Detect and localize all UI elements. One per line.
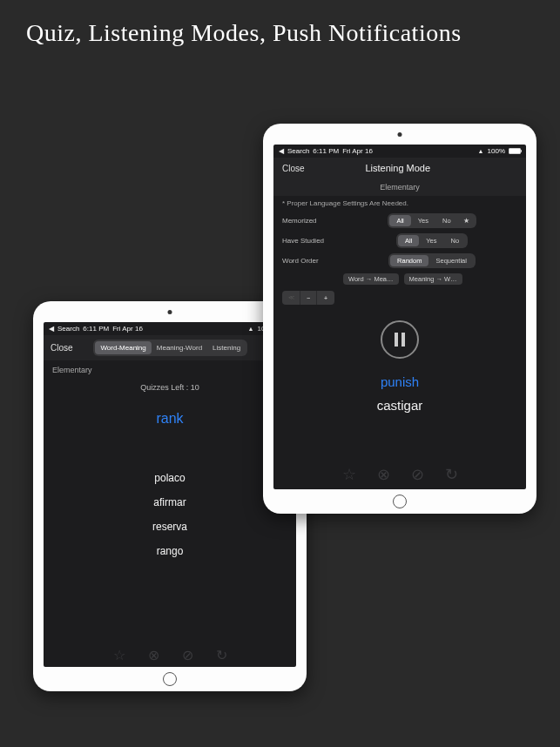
row-order: Word Order Random Sequential <box>273 251 526 271</box>
seg-star[interactable]: ★ <box>458 215 475 226</box>
ghost-check-icon: ⊘ <box>411 465 424 484</box>
wifi-icon <box>248 325 254 333</box>
pause-button[interactable] <box>381 320 419 359</box>
back-app-label[interactable]: Search <box>57 325 79 333</box>
label-memorized: Memorized <box>282 217 338 225</box>
listening-level: Elementary <box>273 178 526 196</box>
status-date: Fri Apr 16 <box>342 147 373 155</box>
speed-stepper: ≪ − + <box>273 287 526 308</box>
seg-sequential[interactable]: Sequential <box>428 255 473 266</box>
quiz-option[interactable]: rango <box>157 545 184 557</box>
status-bar: ◀ Search 6:11 PM Fri Apr 16 100% <box>273 145 526 158</box>
back-app-label[interactable]: Search <box>287 147 309 155</box>
seg-all[interactable]: All <box>398 235 419 246</box>
quiz-option[interactable]: reserva <box>152 521 187 533</box>
ghost-toolbar: ☆ ⊗ ⊘ ↻ <box>273 465 526 484</box>
row-studied: Have Studied All Yes No <box>273 231 526 251</box>
battery-pct: 100% <box>488 147 505 155</box>
ipad-listening: ◀ Search 6:11 PM Fri Apr 16 100% Close L… <box>263 124 536 514</box>
screen-quiz: ◀ Search 6:11 PM Fri Apr 16 100% Close W… <box>44 322 296 667</box>
seg-random[interactable]: Random <box>390 255 428 266</box>
close-button[interactable]: Close <box>51 343 73 353</box>
quiz-count-label: Quizzes Left : 10 <box>140 383 199 392</box>
ghost-arrow-icon: ↻ <box>216 647 227 663</box>
quiz-level: Elementary <box>44 360 296 380</box>
ghost-check-icon: ⊘ <box>182 647 193 663</box>
back-chevron-icon[interactable]: ◀ <box>279 147 284 155</box>
segmented-studied[interactable]: All Yes No <box>396 233 468 248</box>
segmented-order[interactable]: Random Sequential <box>388 253 476 268</box>
stepper-prev: ≪ <box>282 291 300 305</box>
tab-word-meaning[interactable]: Word-Meaning <box>95 341 151 354</box>
battery-icon <box>509 148 521 154</box>
listening-title: Listening Mode <box>305 163 491 173</box>
quiz-count: Quizzes Left : 10 ☆ <box>44 383 296 392</box>
seg-all[interactable]: All <box>389 215 410 226</box>
status-date: Fri Apr 16 <box>112 325 143 333</box>
row-pills: Word → Mea… Meaning → W… <box>273 271 526 287</box>
stepper-minus[interactable]: − <box>300 291 317 305</box>
settings-notice: * Proper Language Settings Are Needed. <box>273 196 526 211</box>
listening-meaning: castigar <box>273 398 526 413</box>
ghost-star-icon: ☆ <box>342 465 356 484</box>
quiz-mode-segmented[interactable]: Word-Meaning Meaning-Word Listening <box>93 340 247 356</box>
tab-meaning-word[interactable]: Meaning-Word <box>152 341 207 354</box>
quiz-option[interactable]: polaco <box>154 472 185 484</box>
seg-yes[interactable]: Yes <box>419 235 443 246</box>
segmented-memorized[interactable]: All Yes No ★ <box>388 213 476 228</box>
ghost-arrow-icon: ↻ <box>445 465 458 484</box>
hero-title: Quiz, Listening Modes, Push Notification… <box>26 19 534 47</box>
quiz-options: polaco afirmar reserva rango <box>44 472 296 557</box>
ghost-star-icon: ☆ <box>113 647 125 663</box>
ghost-x-icon: ⊗ <box>377 465 390 484</box>
ghost-x-icon: ⊗ <box>148 647 159 663</box>
listening-word: punish <box>273 374 526 389</box>
close-button[interactable]: Close <box>282 164 305 173</box>
screen-listening: ◀ Search 6:11 PM Fri Apr 16 100% Close L… <box>273 145 526 489</box>
seg-yes[interactable]: Yes <box>411 215 435 226</box>
seg-no[interactable]: No <box>435 215 458 226</box>
label-order: Word Order <box>282 257 338 265</box>
pill-meaning-word[interactable]: Meaning → W… <box>404 273 462 285</box>
row-memorized: Memorized All Yes No ★ <box>273 211 526 231</box>
seg-no[interactable]: No <box>444 235 467 246</box>
quiz-option[interactable]: afirmar <box>153 496 186 508</box>
pause-icon <box>395 333 405 347</box>
quiz-topbar: Close Word-Meaning Meaning-Word Listenin… <box>44 335 296 360</box>
status-bar: ◀ Search 6:11 PM Fri Apr 16 100% <box>44 322 296 335</box>
status-time: 6:11 PM <box>313 147 339 155</box>
label-studied: Have Studied <box>282 237 338 245</box>
pill-word-meaning[interactable]: Word → Mea… <box>343 273 399 285</box>
tab-listening[interactable]: Listening <box>207 341 246 354</box>
stepper-plus[interactable]: + <box>317 291 334 305</box>
ghost-toolbar: ☆ ⊗ ⊘ ↻ <box>44 647 296 663</box>
quiz-word: rank <box>44 411 296 427</box>
wifi-icon <box>478 147 484 155</box>
status-time: 6:11 PM <box>83 325 109 333</box>
back-chevron-icon[interactable]: ◀ <box>49 325 54 333</box>
listening-header: Close Listening Mode <box>273 158 526 178</box>
